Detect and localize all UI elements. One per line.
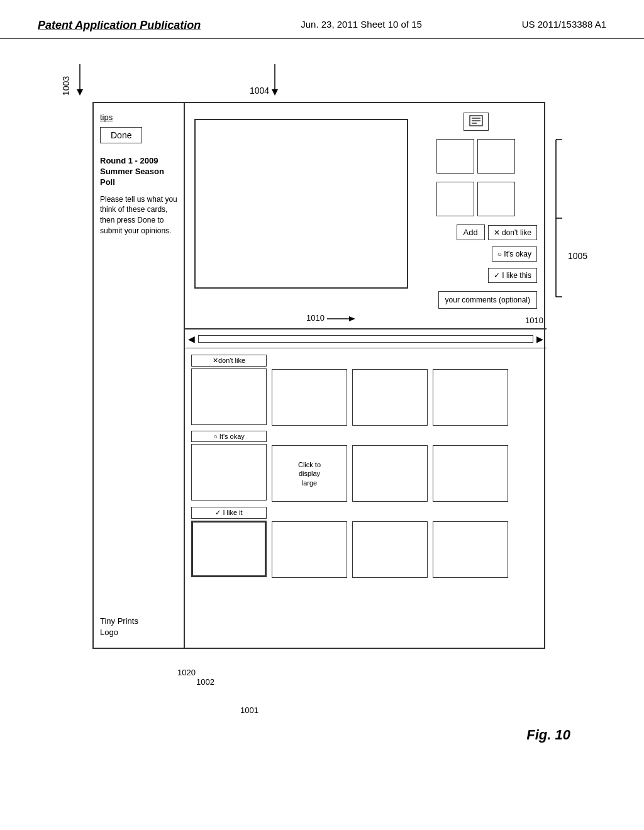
grid-cell-11 (352, 507, 428, 578)
grid-thumb-6[interactable]: Click to display large (272, 445, 347, 502)
thumbnail-grid: ✕don't like (185, 348, 547, 650)
sidebar-description: Please tell us what you think of these c… (100, 194, 177, 236)
figure-label: Fig. 10 (526, 727, 570, 743)
tips-link[interactable]: tips (100, 113, 113, 122)
ref-1010-arrow-svg (327, 313, 358, 325)
sidebar-panel: tips Done Round 1 - 2009 Summer Season P… (94, 103, 185, 648)
ref-1004-text: 1004 (250, 86, 269, 96)
ref-1020-annotation: 1020 (177, 668, 196, 677)
right-panel-1005: Add ✕ don't like ○ It's okay ✓ I like th… (414, 113, 537, 320)
grid-thumb-2 (272, 369, 347, 426)
icon-btn-row (414, 113, 537, 131)
scroll-area: ◀ ▶ (185, 329, 547, 348)
ref-1003-arrow (74, 64, 86, 96)
sidebar-logo: Tiny Prints Logo (100, 616, 177, 638)
grid-cell-2 (272, 355, 347, 426)
like-button[interactable]: ✓ I like this (488, 268, 537, 283)
grid-thumb-4 (433, 369, 508, 426)
done-button[interactable]: Done (100, 127, 142, 143)
grid-thumb-9-selected (191, 521, 267, 577)
thumb-2 (477, 139, 515, 174)
grid-cell-8 (433, 431, 508, 502)
grid-cell-4 (433, 355, 508, 426)
grid-row-1: ✕don't like (191, 355, 540, 426)
comments-box: your comments (optional) (438, 291, 537, 309)
content-area: Add ✕ don't like ○ It's okay ✓ I like th… (185, 103, 547, 648)
okay-row: ○ It's okay (414, 246, 537, 262)
main-content: 1003 1004 tips Done Round 1 - 2009 Summe… (0, 39, 644, 781)
svg-marker-3 (272, 89, 278, 96)
grid-cell-12 (433, 507, 508, 578)
grid-thumb-10 (272, 521, 347, 578)
header-right-patent: US 2011/153388 A1 (522, 19, 606, 30)
ref-1003-label: 1003 (61, 64, 86, 96)
add-rating-row: Add ✕ don't like (414, 224, 537, 240)
ref-1010-annotation: 1010 (306, 313, 358, 325)
ref-1002-annotation: 1002 (196, 677, 214, 687)
thumb-stack-row2 (414, 182, 537, 216)
ref-1010-area: 1010 (525, 316, 543, 325)
okay-button[interactable]: ○ It's okay (492, 246, 537, 262)
ref-1004-label: 1004 (250, 64, 309, 96)
large-image-preview (194, 119, 408, 289)
ref-1005-bracket: 1005 (553, 136, 587, 300)
grid-cell-3 (352, 355, 428, 426)
grid-cell-9: ✓ I like it (191, 507, 267, 578)
sidebar-title: Round 1 - 2009 Summer Season Poll (100, 156, 177, 188)
dont-like-button[interactable]: ✕ don't like (488, 225, 537, 240)
grid-like-btn[interactable]: ✓ I like it (191, 507, 267, 519)
grid-thumb-3 (352, 369, 428, 426)
grid-cell-10 (272, 507, 347, 578)
svg-marker-1 (77, 89, 83, 96)
grid-row-2: ○ It's okay Click to display large (191, 431, 540, 502)
grid-thumb-12 (433, 521, 508, 578)
grid-thumb-1 (191, 368, 267, 425)
page-header: Patent Application Publication Jun. 23, … (0, 0, 644, 39)
grid-row-3: ✓ I like it (191, 507, 540, 578)
expand-icon-btn[interactable] (464, 113, 489, 131)
top-section: Add ✕ don't like ○ It's okay ✓ I like th… (185, 103, 547, 329)
click-to-display-label: Click to display large (298, 460, 321, 487)
scroll-bar[interactable] (198, 335, 533, 343)
thumb-1 (436, 139, 474, 174)
grid-dont-like-btn[interactable]: ✕don't like (191, 355, 267, 367)
ref-1005-text: 1005 (568, 251, 587, 261)
svg-marker-13 (349, 316, 355, 321)
grid-okay-btn[interactable]: ○ It's okay (191, 431, 267, 442)
expand-icon (469, 115, 483, 126)
bracket-1005-svg (553, 136, 565, 300)
grid-thumb-5 (191, 444, 267, 501)
box-1001: tips Done Round 1 - 2009 Summer Season P… (92, 102, 545, 649)
grid-cell-7 (352, 431, 428, 502)
grid-cell-1: ✕don't like (191, 355, 267, 426)
like-row: ✓ I like this (414, 268, 537, 283)
comments-row: your comments (optional) (414, 291, 537, 309)
header-left-title: Patent Application Publication (38, 19, 201, 32)
thumb-3 (436, 182, 474, 216)
ref-1004-arrow (272, 64, 309, 96)
thumb-4 (477, 182, 515, 216)
header-center-info: Jun. 23, 2011 Sheet 10 of 15 (301, 19, 422, 30)
grid-thumb-8 (433, 445, 508, 502)
ref-1001-annotation: 1001 (240, 706, 258, 715)
grid-thumb-7 (352, 445, 428, 502)
grid-thumb-11 (352, 521, 428, 578)
scroll-right-arrow[interactable]: ▶ (536, 334, 543, 344)
ref-1003-text: 1003 (61, 76, 71, 96)
grid-cell-5: ○ It's okay (191, 431, 267, 502)
grid-cell-6: Click to display large (272, 431, 347, 502)
add-button[interactable]: Add (457, 224, 485, 240)
diagram-container: 1003 1004 tips Done Round 1 - 2009 Summe… (55, 64, 589, 756)
thumb-stack-row (414, 139, 537, 174)
scroll-left-arrow[interactable]: ◀ (188, 334, 195, 344)
